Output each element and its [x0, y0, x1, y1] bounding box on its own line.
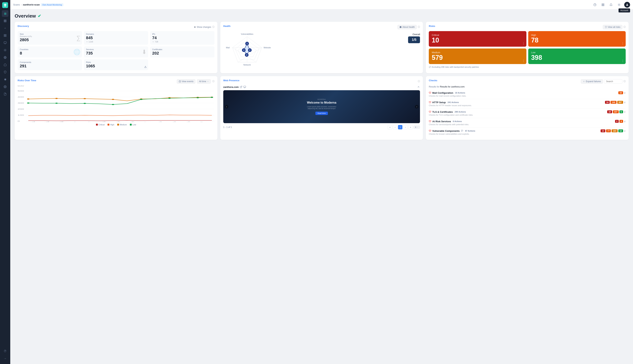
check-http-expand-icon[interactable]: ∨: [624, 101, 626, 104]
bell-icon[interactable]: [608, 2, 614, 8]
disc-size-value: 2805: [20, 38, 80, 42]
legend-low: Low: [130, 124, 136, 126]
help-icon[interactable]: [592, 2, 598, 8]
web-mock-brand: MODERNA: [318, 98, 326, 100]
web-domain-name: zanthora.com: [223, 86, 246, 88]
disc-item-ips[interactable]: IPs 74 728: [150, 31, 214, 45]
disc-components-value: 291: [20, 64, 80, 68]
checks-search-input[interactable]: [604, 79, 622, 84]
web-presence-header: Web Presence ⓘ: [223, 79, 420, 84]
check-vuln-badge-yellow: 164: [611, 130, 617, 132]
layout-icon[interactable]: [600, 2, 606, 8]
breadcrumb-scans[interactable]: Scans: [13, 3, 20, 6]
risk-medium-card[interactable]: Medium 579 ⋮: [429, 48, 526, 64]
svg-text:2 Dec: 2 Dec: [67, 121, 77, 122]
disc-item-domains[interactable]: Domains 845 1158: [84, 31, 148, 45]
sidebar-item-monitor[interactable]: [2, 40, 9, 46]
check-vuln-desc: Checks for known vulnerabilities and exp…: [429, 133, 626, 135]
discovery-info-icon[interactable]: ⓘ: [212, 26, 214, 28]
sidebar-item-shield[interactable]: [2, 69, 9, 76]
checks-info-icon[interactable]: ⓘ: [623, 80, 626, 83]
sidebar-item-home[interactable]: [2, 62, 9, 68]
disc-ips-sub: 728: [152, 41, 212, 43]
svg-text:400: 400: [18, 96, 24, 98]
svg-point-83: [140, 99, 143, 100]
page-prev-btn[interactable]: ‹: [393, 125, 397, 130]
page-size-dropdown[interactable]: 4: [413, 126, 420, 129]
app-logo[interactable]: [2, 2, 8, 8]
check-services-expand-icon[interactable]: ∨: [624, 120, 626, 123]
sidebar-item-globe[interactable]: [2, 54, 9, 61]
sidebar-item-doc[interactable]: [2, 91, 9, 97]
about-health-btn[interactable]: About health: [398, 25, 417, 29]
sidebar-item-dashboard[interactable]: [2, 32, 9, 39]
web-presence-info-icon[interactable]: ⓘ: [418, 80, 420, 83]
check-vuln-badge-green: 12: [618, 130, 623, 132]
time-range-dropdown[interactable]: All time: [197, 79, 211, 84]
risk-critical-menu-icon[interactable]: ⋮: [522, 42, 525, 45]
risks-over-time-title: Risks Over Time: [18, 79, 36, 82]
check-tls-expand-icon[interactable]: ∨: [624, 110, 626, 113]
web-prev-btn[interactable]: ‹: [225, 105, 228, 108]
sidebar-item-tools[interactable]: [2, 47, 9, 54]
breadcrumb-arrow: ›: [21, 3, 22, 6]
disc-item-certificates[interactable]: Certificates 202: [150, 46, 214, 58]
collapse-icon[interactable]: [417, 86, 420, 88]
svg-point-74: [112, 99, 114, 100]
check-item-tls: 🛡 TLS & Certificates 290 Actions 18 337 …: [429, 108, 626, 118]
sidebar-item-logout[interactable]: →: [2, 355, 9, 362]
svg-point-86: [211, 97, 213, 98]
external-link-icon[interactable]: [240, 86, 242, 88]
page-1-btn[interactable]: 1: [398, 125, 402, 130]
health-info-icon[interactable]: ⓘ: [418, 26, 420, 28]
account-avatar[interactable]: Account: [624, 2, 630, 8]
disc-item-countries[interactable]: Countries 8 🌐: [18, 46, 82, 58]
risk-high-label: High: [531, 34, 623, 36]
expand-failures-btn[interactable]: Expand failures: [581, 79, 603, 84]
page-next-btn[interactable]: ›: [403, 125, 408, 130]
sun-icon[interactable]: [616, 2, 622, 8]
topbar: Scans › xanthorix-scan Own Asset Monitor…: [10, 0, 633, 10]
sidebar-item-grid[interactable]: ⊞: [2, 10, 9, 17]
risk-high-menu-icon[interactable]: ⋮: [621, 42, 624, 45]
disc-item-components[interactable]: Components 291: [18, 59, 82, 70]
risk-medium-menu-icon[interactable]: ⋮: [522, 59, 525, 62]
line-chart-svg: 0 100 200 300 400 500 600: [18, 86, 214, 122]
disc-item-services[interactable]: Services 735 ⬇: [84, 46, 148, 58]
page-first-btn[interactable]: «: [388, 125, 392, 130]
check-mail-expand-icon[interactable]: ∨: [624, 91, 626, 94]
svg-point-84: [168, 98, 171, 99]
sidebar-item-asterisk[interactable]: ✱: [2, 76, 9, 83]
breadcrumb-badge: Own Asset Monitoring: [41, 3, 63, 6]
disc-item-size[interactable]: Size Domains & IPs 2805 ∑: [18, 31, 82, 45]
risks-card: Risks View all risks ⓘ Critical 10 ⋮: [426, 22, 628, 73]
sidebar-item-timer[interactable]: ⏱: [2, 348, 9, 354]
web-next-btn[interactable]: ›: [415, 105, 419, 108]
sidebar-item-settings[interactable]: [2, 84, 9, 90]
view-all-risks-btn[interactable]: View all risks: [603, 25, 622, 29]
risks-over-time-info-icon[interactable]: ⓘ: [212, 80, 214, 83]
web-mock-cta[interactable]: Read More: [315, 112, 328, 115]
risk-critical-card[interactable]: Critical 10 ⋮: [429, 31, 526, 47]
show-changes-link[interactable]: Show changes: [197, 26, 211, 28]
check-tls-name: 🛡 TLS & Certificates 290 Actions: [429, 110, 466, 113]
risk-low-card[interactable]: Low 398 ⋮: [528, 48, 626, 64]
check-vuln-expand-icon[interactable]: ∨: [624, 130, 626, 132]
svg-rect-54: [179, 81, 181, 82]
view-events-btn[interactable]: View events: [177, 79, 195, 84]
svg-text:6 Jan: 6 Jan: [138, 121, 147, 122]
page-last-btn[interactable]: »: [408, 125, 413, 130]
svg-text:4: 4: [243, 49, 244, 51]
risks-info-icon[interactable]: ⓘ: [623, 26, 626, 28]
disc-item-risks[interactable]: Risks 1065: [84, 59, 148, 70]
risk-low-menu-icon[interactable]: ⋮: [621, 59, 624, 62]
disc-risks-export-icon[interactable]: [144, 66, 147, 69]
risk-high-card[interactable]: High 78 ⋮: [528, 31, 626, 47]
svg-point-31: [153, 42, 153, 42]
monitor-icon[interactable]: [243, 86, 246, 88]
risk-high-value: 78: [531, 36, 623, 44]
sidebar-item-collapse[interactable]: [2, 25, 9, 32]
sidebar-item-layers[interactable]: [2, 18, 9, 24]
health-card-header: Health About health ⓘ: [223, 25, 420, 29]
svg-text:100: 100: [18, 114, 24, 116]
